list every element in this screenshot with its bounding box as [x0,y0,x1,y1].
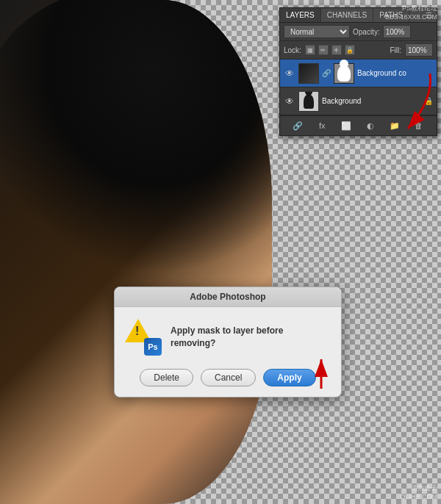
delete-button-dialog[interactable]: Delete [140,369,193,386]
dialog-content: ! Ps Apply mask to layer before removing… [115,307,341,363]
mini-silhouette [304,94,314,109]
fx-button[interactable]: fx [315,119,329,132]
red-arrow-apply [310,356,332,392]
warning-exclaim: ! [135,325,139,338]
layer-eye-icon[interactable]: 👁 [284,68,295,79]
lock-row: Lock: ▦ ✏ ✛ 🔒 Fill: [280,41,437,60]
apply-button-dialog[interactable]: Apply [263,369,315,386]
blend-mode-row: Normal Opacity: [280,23,437,41]
fill-input[interactable] [405,43,433,57]
dialog-buttons: Delete Cancel Apply [115,363,341,397]
fill-label: Fill: [390,46,401,54]
lock-transparent-icon[interactable]: ▦ [305,45,315,55]
dialog-icon: ! Ps [125,319,162,356]
mask-button[interactable]: ⬜ [340,119,353,132]
ps-logo-icon: Ps [144,338,162,356]
lock-paint-icon[interactable]: ✏ [318,45,329,55]
photoshop-dialog: Adobe Photoshop ! Ps Apply mask to layer… [114,287,342,397]
tab-channels[interactable]: CHANNELS [321,8,373,22]
dialog-title: Adobe Photoshop [190,292,265,302]
layer-mask-thumbnail [334,63,354,84]
lock-label: Lock: [284,46,301,54]
thumb-face-white [299,92,318,111]
thumb-face [299,64,318,83]
layer-eye-background-icon[interactable]: 👁 [284,96,295,107]
canvas-image [0,0,272,504]
layer-thumbnail-copy [298,63,319,84]
adjustment-button[interactable]: ◐ [364,119,377,132]
panel-menu-icon[interactable]: ☰ [421,8,437,22]
lock-all-icon[interactable]: 🔒 [345,45,355,55]
dialog-titlebar: Adobe Photoshop [115,287,341,307]
panel-header: LAYERS CHANNELS PATHS ☰ [280,8,437,23]
blend-mode-select[interactable]: Normal [284,25,350,38]
lock-icons: ▦ ✏ ✛ 🔒 [305,45,355,55]
opacity-label: Opacity: [353,28,380,36]
opacity-input[interactable] [383,25,411,38]
tab-paths[interactable]: PATHS [373,8,409,22]
layer-thumbnail-background [298,91,319,112]
lock-move-icon[interactable]: ✛ [331,45,342,55]
mask-silhouette [337,65,351,82]
link-button[interactable]: 🔗 [291,119,304,132]
hair-element [0,0,272,303]
dialog-message: Apply mask to layer before removing? [171,325,331,350]
layer-link-icon: 🔗 [322,69,331,77]
tab-layers[interactable]: LAYERS [280,8,321,22]
cancel-button-dialog[interactable]: Cancel [201,369,256,386]
red-arrow-layer [393,70,437,136]
